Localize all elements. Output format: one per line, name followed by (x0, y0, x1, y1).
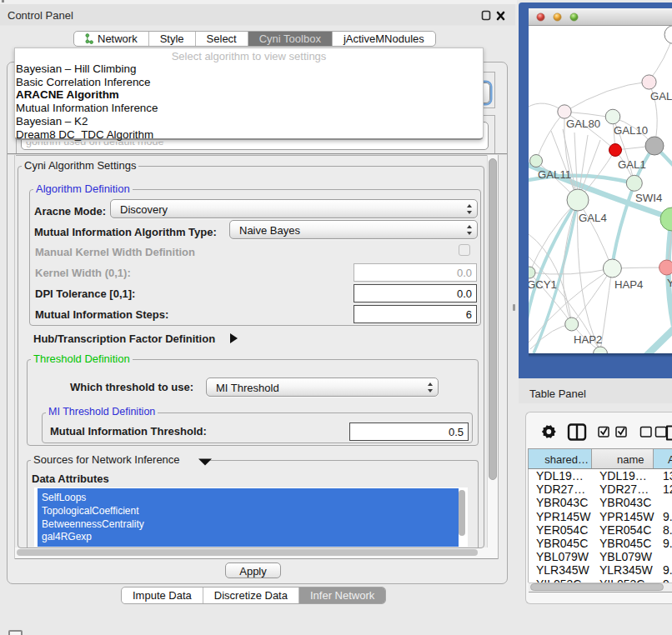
svg-text:GAL1: GAL1 (618, 158, 646, 171)
svg-text:Y: Y (667, 277, 672, 289)
svg-text:GAL11: GAL11 (538, 168, 571, 181)
svg-text:SWI4: SWI4 (635, 192, 662, 204)
svg-text:GAL: GAL (650, 90, 672, 102)
svg-text:GAL10: GAL10 (614, 124, 648, 137)
svg-text:GCY1: GCY1 (529, 278, 557, 291)
svg-text:HAP4: HAP4 (614, 278, 643, 291)
svg-text:GAL4: GAL4 (579, 212, 607, 224)
svg-text:GAL80: GAL80 (566, 118, 600, 130)
svg-text:HAP2: HAP2 (574, 333, 602, 346)
